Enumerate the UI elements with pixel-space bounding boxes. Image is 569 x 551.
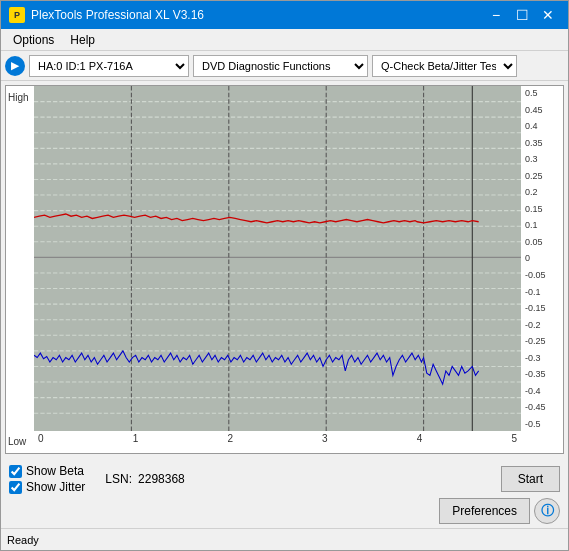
preferences-button[interactable]: Preferences [439,498,530,524]
y-label-02: 0.2 [525,187,538,197]
status-text: Ready [7,534,39,546]
app-icon: P [9,7,25,23]
status-bar: Ready [1,528,568,550]
y-label-05: 0.5 [525,88,538,98]
chart-plot [34,86,521,431]
y-label-n035: -0.35 [525,369,546,379]
main-window: P PlexTools Professional XL V3.16 − ☐ ✕ … [0,0,569,551]
menu-bar: Options Help [1,29,568,51]
y-label-n045: -0.45 [525,402,546,412]
show-jitter-checkbox-label[interactable]: Show Jitter [9,480,85,494]
y-label-045: 0.45 [525,105,543,115]
maximize-button[interactable]: ☐ [510,5,534,25]
window-controls: − ☐ ✕ [484,5,560,25]
show-beta-checkbox-label[interactable]: Show Beta [9,464,85,478]
drive-select[interactable]: HA:0 ID:1 PX-716A [29,55,189,77]
y-label-n01: -0.1 [525,287,541,297]
menu-options[interactable]: Options [5,31,62,49]
y-label-n015: -0.15 [525,303,546,313]
x-label-0: 0 [38,433,44,444]
chart-svg [34,86,521,431]
y-label-0: 0 [525,253,530,263]
start-button[interactable]: Start [501,466,560,492]
checkbox-group: Show Beta Show Jitter [9,464,85,494]
y-label-01: 0.1 [525,220,538,230]
y-label-03: 0.3 [525,154,538,164]
close-button[interactable]: ✕ [536,5,560,25]
show-jitter-label: Show Jitter [26,480,85,494]
y-label-n005: -0.05 [525,270,546,280]
drive-icon: ▶ [5,56,25,76]
y-label-n04: -0.4 [525,386,541,396]
x-axis: 0 1 2 3 4 5 [34,431,521,453]
preferences-buttons: Preferences ⓘ [439,498,560,524]
show-beta-label: Show Beta [26,464,84,478]
window-title: PlexTools Professional XL V3.16 [31,8,484,22]
menu-help[interactable]: Help [62,31,103,49]
info-button[interactable]: ⓘ [534,498,560,524]
show-beta-checkbox[interactable] [9,465,22,478]
chart-low-label: Low [8,436,26,447]
lsn-label: LSN: [105,472,132,486]
title-bar: P PlexTools Professional XL V3.16 − ☐ ✕ [1,1,568,29]
chart-area: High Low [5,85,564,454]
right-buttons: Start [501,466,560,492]
y-label-n03: -0.3 [525,353,541,363]
y-label-005: 0.05 [525,237,543,247]
y-label-035: 0.35 [525,138,543,148]
lsn-group: LSN: 2298368 [105,472,184,486]
show-jitter-checkbox[interactable] [9,481,22,494]
bottom-row1: Show Beta Show Jitter LSN: 2298368 Start [9,464,560,494]
y-label-n025: -0.25 [525,336,546,346]
x-label-4: 4 [417,433,423,444]
x-label-2: 2 [227,433,233,444]
bottom-panel: Show Beta Show Jitter LSN: 2298368 Start [1,458,568,528]
chart-high-label: High [8,92,29,103]
lsn-value: 2298368 [138,472,185,486]
y-label-015: 0.15 [525,204,543,214]
minimize-button[interactable]: − [484,5,508,25]
x-label-1: 1 [133,433,139,444]
x-label-5: 5 [511,433,517,444]
y-label-025: 0.25 [525,171,543,181]
y-label-04: 0.4 [525,121,538,131]
function-select[interactable]: DVD Diagnostic Functions [193,55,368,77]
y-axis-right: 0.5 0.45 0.4 0.35 0.3 0.25 0.2 0.15 0.1 … [521,86,563,431]
bottom-row2: Preferences ⓘ [9,498,560,524]
y-label-n05: -0.5 [525,419,541,429]
toolbar: ▶ HA:0 ID:1 PX-716A DVD Diagnostic Funct… [1,51,568,81]
y-label-n02: -0.2 [525,320,541,330]
x-label-3: 3 [322,433,328,444]
test-select[interactable]: Q-Check Beta/Jitter Test [372,55,517,77]
